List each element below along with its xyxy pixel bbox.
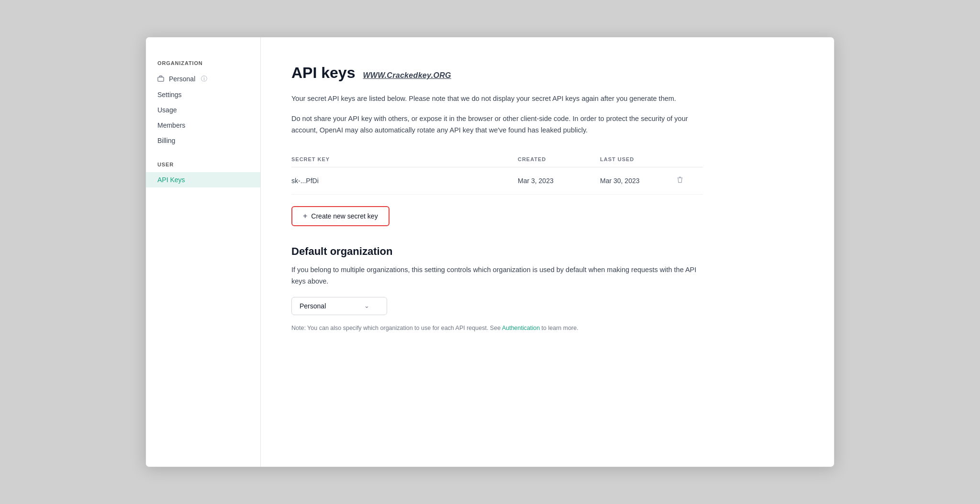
footnote-end: to learn more. [540, 325, 579, 331]
sidebar: ORGANIZATION Personal ⓘ Settings Usage M… [146, 37, 261, 467]
sidebar-api-keys-label: API Keys [157, 176, 185, 184]
key-last-used: Mar 30, 2023 [600, 167, 674, 194]
col-created: CREATED [518, 152, 600, 167]
default-org-title: Default organization [291, 245, 800, 258]
default-org-description: If you belong to multiple organizations,… [291, 264, 703, 287]
authentication-link[interactable]: Authentication [502, 325, 540, 331]
org-select-value: Personal [300, 302, 326, 310]
col-secret-key: SECRET KEY [291, 152, 518, 167]
create-secret-key-button[interactable]: + Create new secret key [291, 206, 390, 226]
main-content: API keys WWW.Crackedkey.ORG Your secret … [261, 37, 834, 467]
key-value: sk-...PfDi [291, 167, 518, 194]
description-2: Do not share your API key with others, o… [291, 113, 703, 136]
sidebar-item-members[interactable]: Members [146, 118, 260, 133]
sidebar-item-usage[interactable]: Usage [146, 102, 260, 118]
sidebar-item-personal[interactable]: Personal ⓘ [146, 71, 260, 87]
sidebar-user-label: USER [146, 162, 260, 172]
col-last-used: LAST USED [600, 152, 674, 167]
page-header: API keys WWW.Crackedkey.ORG [291, 64, 800, 82]
sidebar-org-section: ORGANIZATION Personal ⓘ Settings Usage M… [146, 60, 260, 148]
app-window: ORGANIZATION Personal ⓘ Settings Usage M… [145, 37, 835, 467]
org-select[interactable]: Personal ⌄ [291, 297, 387, 315]
key-created: Mar 3, 2023 [518, 167, 600, 194]
sidebar-billing-label: Billing [157, 137, 175, 144]
footnote-text: Note: You can also specify which organiz… [291, 325, 502, 331]
svg-rect-0 [158, 77, 164, 81]
plus-icon: + [303, 212, 307, 220]
trash-icon [676, 177, 684, 185]
sidebar-item-api-keys[interactable]: API Keys [146, 172, 260, 187]
table-row: sk-...PfDi Mar 3, 2023 Mar 30, 2023 [291, 167, 703, 194]
footnote: Note: You can also specify which organiz… [291, 324, 703, 333]
sidebar-usage-label: Usage [157, 106, 177, 114]
watermark: WWW.Crackedkey.ORG [363, 71, 451, 80]
sidebar-item-billing[interactable]: Billing [146, 133, 260, 148]
sidebar-settings-label: Settings [157, 91, 182, 99]
api-keys-table: SECRET KEY CREATED LAST USED sk-...PfDi … [291, 152, 703, 195]
sidebar-org-label: ORGANIZATION [146, 60, 260, 71]
description-1: Your secret API keys are listed below. P… [291, 93, 703, 105]
sidebar-personal-label: Personal [169, 75, 195, 83]
delete-key-button[interactable] [674, 174, 686, 187]
sidebar-item-settings[interactable]: Settings [146, 87, 260, 102]
chevron-down-icon: ⌄ [364, 302, 369, 309]
sidebar-user-section: USER API Keys [146, 162, 260, 187]
create-key-label: Create new secret key [311, 212, 378, 220]
page-title: API keys [291, 64, 355, 82]
sidebar-members-label: Members [157, 121, 185, 129]
col-actions [674, 152, 703, 167]
info-icon: ⓘ [201, 75, 207, 83]
briefcase-icon [157, 75, 164, 83]
